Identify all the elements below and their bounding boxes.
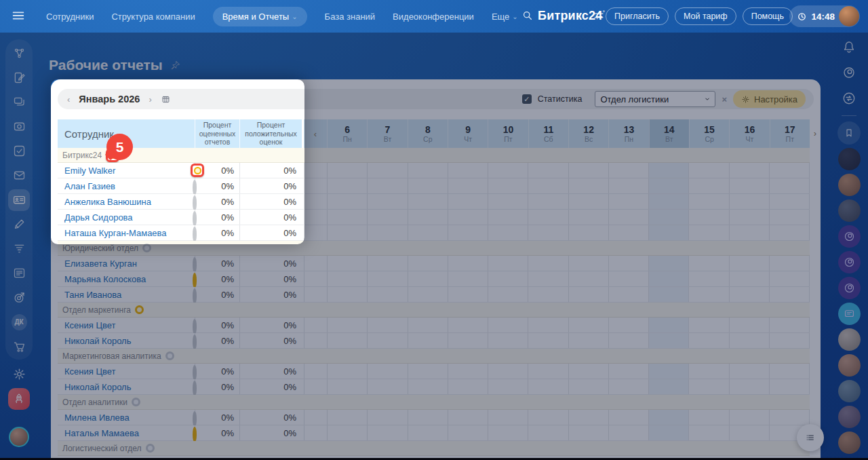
chat-avatar[interactable] bbox=[837, 405, 861, 428]
department-select[interactable]: Отдел логистики bbox=[595, 91, 715, 107]
day-header-16[interactable]: 16Чт bbox=[729, 119, 769, 148]
report-smiley-icon[interactable] bbox=[193, 411, 197, 427]
invite-button[interactable]: Пригласить bbox=[606, 7, 669, 25]
employee-link[interactable]: Ксения Цвет bbox=[58, 366, 116, 377]
scroll-right-chevron-icon[interactable]: › bbox=[814, 128, 816, 138]
marketing-target-icon[interactable] bbox=[12, 290, 27, 305]
employee-link[interactable]: Таня Иванова bbox=[58, 290, 121, 300]
statistics-checkbox[interactable]: ✓ bbox=[522, 94, 532, 104]
notifications-bell-icon[interactable] bbox=[837, 35, 861, 58]
employee-link[interactable]: Наташа Курган-Мамаева bbox=[58, 228, 167, 238]
report-smiley-icon[interactable] bbox=[193, 365, 197, 381]
sliders-icon[interactable] bbox=[593, 9, 605, 22]
report-smiley-icon[interactable] bbox=[193, 334, 197, 350]
report-smiley-icon[interactable] bbox=[193, 288, 197, 304]
app-avatar[interactable] bbox=[837, 276, 861, 299]
report-smiley-icon[interactable] bbox=[193, 319, 197, 334]
chat-avatar[interactable] bbox=[837, 379, 861, 402]
settings-button[interactable]: Настройка bbox=[733, 90, 806, 108]
bookmark-icon[interactable] bbox=[837, 121, 861, 145]
nav-item-6[interactable]: Еще⌄ bbox=[492, 12, 518, 22]
employee-link[interactable]: Елизавета Курган bbox=[58, 258, 137, 269]
department-row[interactable]: Битрикс24 bbox=[58, 148, 810, 163]
day-header-7[interactable]: 7Вт bbox=[367, 119, 407, 148]
employee-link[interactable]: Николай Король bbox=[58, 382, 131, 392]
department-row[interactable]: Логистический отдел bbox=[58, 441, 810, 456]
chat-avatar[interactable] bbox=[837, 147, 861, 170]
report-smiley-icon[interactable] bbox=[193, 180, 197, 195]
report-menu-button[interactable] bbox=[797, 424, 824, 451]
employee-link[interactable]: Дарья Сидорова bbox=[58, 212, 133, 223]
feed-icon[interactable] bbox=[12, 45, 27, 61]
calendar-grid-icon[interactable] bbox=[161, 94, 171, 104]
day-header-6[interactable]: 6Пн bbox=[327, 119, 367, 148]
settings-gear-icon[interactable] bbox=[12, 366, 27, 382]
day-header-15[interactable]: 15Ср bbox=[689, 119, 729, 148]
chat-avatar[interactable] bbox=[837, 431, 861, 454]
nav-item-2[interactable]: Структура компании bbox=[111, 12, 195, 22]
report-smiley-icon[interactable] bbox=[193, 273, 197, 288]
nav-item-4[interactable]: База знаний bbox=[325, 12, 376, 22]
employee-link[interactable]: Ксения Цвет bbox=[58, 320, 116, 330]
employee-link[interactable]: Марьяна Колоскова bbox=[58, 274, 146, 284]
employee-link[interactable]: Алан Газиев bbox=[58, 181, 115, 191]
app-avatar[interactable] bbox=[837, 225, 861, 248]
news-icon[interactable] bbox=[12, 265, 27, 281]
department-row[interactable]: Отдел аналитики bbox=[58, 395, 810, 410]
employees-card-icon[interactable] bbox=[8, 189, 30, 211]
report-smiley-icon[interactable] bbox=[193, 257, 197, 273]
rocket-icon[interactable] bbox=[8, 388, 30, 410]
chat-avatar[interactable] bbox=[837, 173, 861, 196]
messenger-icon[interactable] bbox=[12, 94, 27, 110]
scroll-left-chevron-icon[interactable]: ‹ bbox=[304, 119, 327, 148]
chat-avatar[interactable] bbox=[837, 328, 861, 351]
crm-funnel-icon[interactable] bbox=[12, 241, 27, 256]
nav-item-1[interactable]: Сотрудники bbox=[46, 12, 94, 22]
chat-avatar[interactable] bbox=[837, 199, 861, 222]
day-header-13[interactable]: 13Пн bbox=[608, 119, 648, 148]
report-smiley-icon[interactable] bbox=[146, 444, 155, 453]
tasks-doc-icon[interactable] bbox=[12, 70, 27, 85]
app-avatar[interactable] bbox=[837, 250, 861, 273]
employee-link[interactable]: Emily Walker bbox=[58, 166, 115, 176]
esign-pencil-icon[interactable] bbox=[12, 216, 27, 232]
report-smiley-icon[interactable] bbox=[142, 244, 151, 252]
market-cart-icon[interactable] bbox=[12, 339, 27, 354]
mail-icon[interactable] bbox=[12, 168, 27, 183]
day-header-8[interactable]: 8Ср bbox=[408, 119, 448, 148]
help-button[interactable]: Помощь bbox=[743, 7, 793, 25]
report-smiley-icon[interactable] bbox=[193, 227, 197, 242]
employee-link[interactable]: Наталья Мамаева bbox=[58, 428, 139, 438]
report-smiley-icon[interactable] bbox=[165, 351, 174, 360]
copilot-icon[interactable] bbox=[837, 61, 861, 84]
day-header-12[interactable]: 12Вс bbox=[568, 119, 608, 148]
report-smiley-icon[interactable] bbox=[135, 305, 144, 314]
profile-avatar[interactable] bbox=[9, 427, 29, 447]
dk-badge[interactable]: ДК bbox=[12, 314, 27, 330]
report-smiley-icon[interactable] bbox=[193, 381, 197, 396]
chat-avatar[interactable] bbox=[837, 353, 861, 377]
report-smiley-icon[interactable] bbox=[193, 427, 197, 442]
pin-icon[interactable] bbox=[170, 60, 181, 71]
worktime-widget[interactable]: 14:48 bbox=[789, 5, 860, 27]
day-header-9[interactable]: 9Чт bbox=[448, 119, 488, 148]
chat-app-avatar[interactable] bbox=[837, 302, 861, 325]
employee-link[interactable]: Милена Ивлева bbox=[58, 413, 130, 423]
report-smiley-icon[interactable] bbox=[193, 211, 197, 227]
nav-item-3[interactable]: Время и Отчеты⌄ bbox=[213, 7, 307, 26]
user-avatar[interactable] bbox=[839, 6, 859, 26]
department-row[interactable]: Отдел маркетинга bbox=[58, 303, 810, 318]
tariff-button[interactable]: Мой тариф bbox=[675, 7, 736, 25]
day-header-10[interactable]: 10Пт bbox=[488, 119, 528, 148]
clear-filter-icon[interactable]: × bbox=[722, 94, 727, 104]
prev-month-chevron-icon[interactable]: ‹ bbox=[67, 95, 70, 104]
day-header-11[interactable]: 11Сб bbox=[528, 119, 568, 148]
search-icon[interactable] bbox=[521, 9, 534, 22]
day-header-14[interactable]: 14Вт bbox=[649, 119, 689, 148]
employee-link[interactable]: Анжелика Ванюшина bbox=[58, 197, 151, 207]
department-row[interactable]: Маркетинговая аналитика bbox=[58, 349, 810, 364]
hamburger-menu-icon[interactable] bbox=[11, 8, 26, 23]
checklist-icon[interactable] bbox=[12, 143, 27, 159]
report-smiley-icon[interactable] bbox=[132, 398, 140, 406]
nav-item-5[interactable]: Видеоконференции bbox=[393, 12, 474, 22]
